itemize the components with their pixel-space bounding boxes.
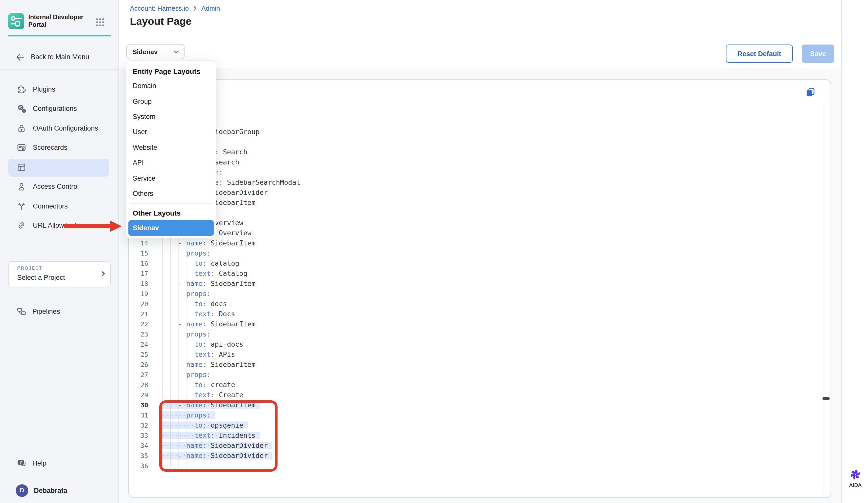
line-number: 20 (128, 299, 148, 309)
layout-icon (17, 162, 26, 172)
breadcrumb-admin-link[interactable]: Admin (202, 4, 220, 12)
layout-type-dropdown: Entity Page LayoutsDomainGroupSystemUser… (126, 60, 216, 238)
line-content: props: (162, 329, 211, 339)
menu-item-sidenav[interactable]: Sidenav (128, 220, 214, 236)
back-to-main-menu-button[interactable]: Back to Main Menu (15, 51, 89, 62)
line-number: 22 (128, 319, 148, 329)
pipelines-label: Pipelines (32, 308, 60, 315)
code-line[interactable]: 19 props: (0, 289, 859, 299)
menu-item-service[interactable]: Service (126, 171, 216, 186)
sidebar-item-label: Plugins (33, 85, 55, 93)
line-number: 28 (128, 380, 148, 390)
menu-item-group[interactable]: Group (126, 94, 216, 109)
code-line[interactable]: 29 text: Create (0, 390, 859, 400)
sidebar-item-label: Scorecards (33, 144, 68, 152)
project-label: PROJECT (17, 266, 42, 271)
code-line[interactable]: 20 to: docs (0, 299, 859, 309)
code-line[interactable]: 25 text: APIs (0, 350, 859, 360)
line-content: to: docs (162, 299, 227, 309)
line-number: 19 (128, 289, 148, 299)
sidebar-item-access-control[interactable]: Access Control (0, 177, 118, 197)
line-content: props: (162, 289, 211, 299)
menu-item-system[interactable]: System (126, 109, 216, 124)
sidebar-item-layout[interactable]: Layout (0, 157, 118, 177)
copy-icon[interactable] (805, 87, 815, 97)
link-icon (17, 221, 26, 231)
code-line[interactable]: 21 text: Docs (0, 309, 859, 319)
annotation-red-box (159, 400, 278, 472)
breadcrumb-account-link[interactable]: Account: Harness.io (130, 4, 189, 12)
line-number: 27 (128, 370, 148, 380)
line-number: 23 (128, 329, 148, 339)
person-icon (17, 182, 26, 192)
line-content: text: APIs (162, 350, 235, 360)
sidebar-item-configurations[interactable]: Configurations (0, 99, 118, 118)
sidebar-item-label: Configurations (33, 105, 77, 113)
line-content: to: api-docs (162, 339, 244, 350)
page: Internal Developer Portal Back to Main M… (0, 0, 868, 503)
sidebar: Internal Developer Portal Back to Main M… (0, 0, 119, 503)
sidebar-item-plugins[interactable]: Plugins (0, 79, 118, 99)
divider (8, 244, 110, 244)
code-line[interactable]: 27 props: (0, 370, 859, 380)
app-logo-icon (8, 13, 24, 29)
aida-button[interactable]: AIDA (846, 469, 865, 488)
project-value: Select a Project (17, 274, 65, 281)
reset-default-button[interactable]: Reset Default (726, 44, 793, 63)
line-number: 25 (128, 350, 148, 360)
code-line[interactable]: 28 to: create (0, 380, 859, 390)
line-number: 33 (128, 430, 148, 441)
menu-item-website[interactable]: Website (126, 140, 216, 155)
divider (8, 448, 110, 448)
line-number: 29 (128, 390, 148, 400)
code-line[interactable]: 22 - name: SidebarItem (0, 319, 859, 329)
sidebar-item-scorecards[interactable]: Scorecards (0, 138, 118, 157)
code-line[interactable]: 33········text:·Incidents (0, 430, 859, 441)
help-label: Help (32, 459, 46, 467)
gears-icon (17, 104, 26, 114)
code-line[interactable]: 32········to:·opsgenie (0, 420, 859, 430)
menu-item-domain[interactable]: Domain (126, 78, 216, 94)
sidebar-item-pipelines[interactable]: Pipelines (17, 306, 60, 316)
code-line[interactable]: 24 to: api-docs (0, 339, 859, 350)
scrollbar-thumb[interactable] (823, 397, 829, 400)
menu-divider (130, 203, 211, 204)
code-line[interactable]: 17 text: Catalog (0, 269, 859, 279)
right-rail: AIDA (841, 0, 868, 503)
project-selector[interactable]: PROJECT Select a Project (8, 261, 111, 288)
line-number: 17 (128, 269, 148, 279)
layout-type-select[interactable]: Sidenav (126, 44, 185, 59)
code-line[interactable]: 31······props: (0, 410, 859, 420)
code-line[interactable]: 26 - name: SidebarItem (0, 360, 859, 370)
avatar: D (16, 484, 28, 497)
code-line[interactable]: 35····-·name:·SidebarDivider (0, 451, 859, 461)
menu-item-api[interactable]: API (126, 155, 216, 171)
line-content: text: Docs (162, 309, 235, 319)
code-line[interactable]: 18 - name: SidebarItem (0, 279, 859, 289)
breadcrumb: Account: Harness.io Admin (130, 4, 220, 12)
sidebar-item-label: Access Control (33, 183, 79, 191)
user-menu[interactable]: D Debabrata (16, 484, 67, 497)
code-line[interactable]: 30····-·name:·SidebarItem (0, 400, 859, 410)
line-content: - name: SidebarItem (162, 360, 256, 370)
user-name: Debabrata (34, 486, 67, 494)
save-button[interactable]: Save (802, 44, 834, 63)
line-number: 36 (128, 461, 148, 471)
line-content: - name: SidebarItem (162, 319, 256, 329)
code-line[interactable]: 34····-·name:·SidebarDivider (0, 441, 859, 451)
code-line[interactable]: 15 props: (0, 248, 859, 258)
puzzle-icon (17, 84, 26, 94)
line-content: text: Create (162, 390, 244, 400)
help-button[interactable]: ? Help (17, 458, 46, 468)
app-grid-icon[interactable] (95, 18, 105, 27)
code-line[interactable]: 23 props: (0, 329, 859, 339)
menu-item-user[interactable]: User (126, 124, 216, 140)
code-line[interactable]: 14 - name: SidebarItem (0, 238, 859, 248)
code-line[interactable]: 36 (0, 461, 859, 471)
line-number: 34 (128, 441, 148, 451)
sidebar-item-oauth[interactable]: OAuth Configurations (0, 118, 118, 138)
sidebar-item-connectors[interactable]: Connectors (0, 197, 118, 216)
chevron-right-icon (100, 270, 107, 277)
menu-item-others[interactable]: Others (126, 186, 216, 201)
code-line[interactable]: 16 to: catalog (0, 258, 859, 269)
